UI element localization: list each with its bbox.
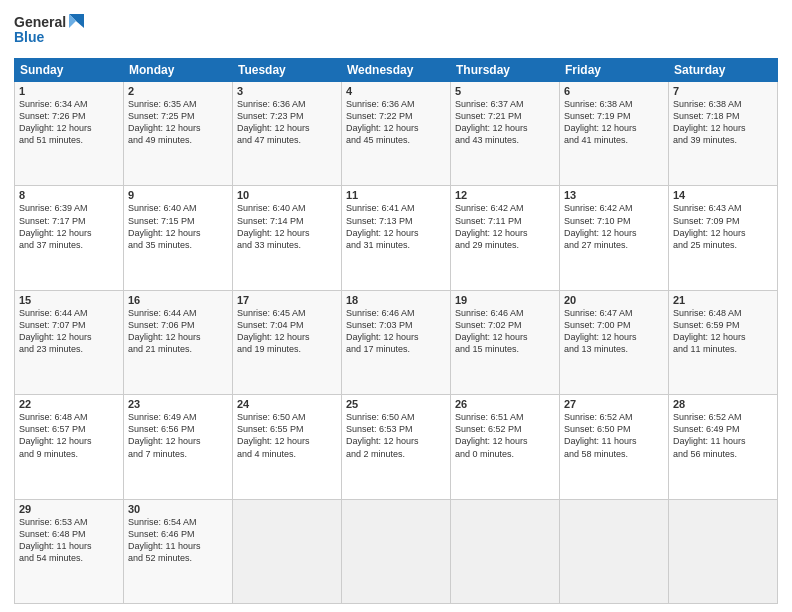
day-info: Sunrise: 6:44 AM Sunset: 7:07 PM Dayligh…	[19, 307, 119, 356]
day-info: Sunrise: 6:36 AM Sunset: 7:23 PM Dayligh…	[237, 98, 337, 147]
day-number: 14	[673, 189, 773, 201]
day-info: Sunrise: 6:46 AM Sunset: 7:03 PM Dayligh…	[346, 307, 446, 356]
svg-text:General: General	[14, 14, 66, 30]
day-number: 24	[237, 398, 337, 410]
day-info: Sunrise: 6:35 AM Sunset: 7:25 PM Dayligh…	[128, 98, 228, 147]
day-info: Sunrise: 6:49 AM Sunset: 6:56 PM Dayligh…	[128, 411, 228, 460]
day-info: Sunrise: 6:42 AM Sunset: 7:11 PM Dayligh…	[455, 202, 555, 251]
day-info: Sunrise: 6:50 AM Sunset: 6:55 PM Dayligh…	[237, 411, 337, 460]
calendar-cell: 4Sunrise: 6:36 AM Sunset: 7:22 PM Daylig…	[342, 82, 451, 186]
calendar-cell: 9Sunrise: 6:40 AM Sunset: 7:15 PM Daylig…	[124, 186, 233, 290]
calendar-cell: 28Sunrise: 6:52 AM Sunset: 6:49 PM Dayli…	[669, 395, 778, 499]
calendar-cell: 29Sunrise: 6:53 AM Sunset: 6:48 PM Dayli…	[15, 499, 124, 603]
logo: General Blue	[14, 10, 84, 52]
day-number: 1	[19, 85, 119, 97]
day-number: 12	[455, 189, 555, 201]
calendar-cell: 30Sunrise: 6:54 AM Sunset: 6:46 PM Dayli…	[124, 499, 233, 603]
day-number: 10	[237, 189, 337, 201]
calendar-week-5: 29Sunrise: 6:53 AM Sunset: 6:48 PM Dayli…	[15, 499, 778, 603]
day-number: 18	[346, 294, 446, 306]
day-number: 8	[19, 189, 119, 201]
calendar-cell: 25Sunrise: 6:50 AM Sunset: 6:53 PM Dayli…	[342, 395, 451, 499]
day-number: 3	[237, 85, 337, 97]
calendar-cell: 7Sunrise: 6:38 AM Sunset: 7:18 PM Daylig…	[669, 82, 778, 186]
day-number: 19	[455, 294, 555, 306]
calendar-cell: 6Sunrise: 6:38 AM Sunset: 7:19 PM Daylig…	[560, 82, 669, 186]
day-info: Sunrise: 6:38 AM Sunset: 7:19 PM Dayligh…	[564, 98, 664, 147]
calendar-cell	[560, 499, 669, 603]
day-number: 26	[455, 398, 555, 410]
day-number: 28	[673, 398, 773, 410]
day-header-saturday: Saturday	[669, 59, 778, 82]
day-number: 11	[346, 189, 446, 201]
calendar-cell: 16Sunrise: 6:44 AM Sunset: 7:06 PM Dayli…	[124, 290, 233, 394]
calendar-cell	[669, 499, 778, 603]
calendar-cell: 13Sunrise: 6:42 AM Sunset: 7:10 PM Dayli…	[560, 186, 669, 290]
day-number: 15	[19, 294, 119, 306]
calendar-cell: 10Sunrise: 6:40 AM Sunset: 7:14 PM Dayli…	[233, 186, 342, 290]
day-number: 29	[19, 503, 119, 515]
day-header-wednesday: Wednesday	[342, 59, 451, 82]
logo-area: General Blue	[14, 10, 84, 52]
day-number: 16	[128, 294, 228, 306]
page: General Blue SundayMondayTuesdayWednesda…	[0, 0, 792, 612]
calendar-cell: 3Sunrise: 6:36 AM Sunset: 7:23 PM Daylig…	[233, 82, 342, 186]
calendar-cell	[233, 499, 342, 603]
calendar-cell: 5Sunrise: 6:37 AM Sunset: 7:21 PM Daylig…	[451, 82, 560, 186]
day-number: 17	[237, 294, 337, 306]
calendar-cell: 22Sunrise: 6:48 AM Sunset: 6:57 PM Dayli…	[15, 395, 124, 499]
calendar-cell: 26Sunrise: 6:51 AM Sunset: 6:52 PM Dayli…	[451, 395, 560, 499]
day-number: 23	[128, 398, 228, 410]
day-info: Sunrise: 6:40 AM Sunset: 7:15 PM Dayligh…	[128, 202, 228, 251]
day-info: Sunrise: 6:36 AM Sunset: 7:22 PM Dayligh…	[346, 98, 446, 147]
calendar-cell: 15Sunrise: 6:44 AM Sunset: 7:07 PM Dayli…	[15, 290, 124, 394]
day-header-tuesday: Tuesday	[233, 59, 342, 82]
day-info: Sunrise: 6:53 AM Sunset: 6:48 PM Dayligh…	[19, 516, 119, 565]
calendar-cell	[451, 499, 560, 603]
day-number: 25	[346, 398, 446, 410]
calendar-cell: 12Sunrise: 6:42 AM Sunset: 7:11 PM Dayli…	[451, 186, 560, 290]
day-header-sunday: Sunday	[15, 59, 124, 82]
calendar-cell: 20Sunrise: 6:47 AM Sunset: 7:00 PM Dayli…	[560, 290, 669, 394]
calendar-cell: 23Sunrise: 6:49 AM Sunset: 6:56 PM Dayli…	[124, 395, 233, 499]
day-header-monday: Monday	[124, 59, 233, 82]
calendar-cell: 17Sunrise: 6:45 AM Sunset: 7:04 PM Dayli…	[233, 290, 342, 394]
calendar-week-2: 8Sunrise: 6:39 AM Sunset: 7:17 PM Daylig…	[15, 186, 778, 290]
calendar-week-1: 1Sunrise: 6:34 AM Sunset: 7:26 PM Daylig…	[15, 82, 778, 186]
day-info: Sunrise: 6:52 AM Sunset: 6:49 PM Dayligh…	[673, 411, 773, 460]
calendar-cell: 2Sunrise: 6:35 AM Sunset: 7:25 PM Daylig…	[124, 82, 233, 186]
day-info: Sunrise: 6:39 AM Sunset: 7:17 PM Dayligh…	[19, 202, 119, 251]
day-info: Sunrise: 6:37 AM Sunset: 7:21 PM Dayligh…	[455, 98, 555, 147]
day-info: Sunrise: 6:46 AM Sunset: 7:02 PM Dayligh…	[455, 307, 555, 356]
calendar-cell: 14Sunrise: 6:43 AM Sunset: 7:09 PM Dayli…	[669, 186, 778, 290]
calendar-cell: 24Sunrise: 6:50 AM Sunset: 6:55 PM Dayli…	[233, 395, 342, 499]
calendar-header-row: SundayMondayTuesdayWednesdayThursdayFrid…	[15, 59, 778, 82]
calendar-cell: 11Sunrise: 6:41 AM Sunset: 7:13 PM Dayli…	[342, 186, 451, 290]
day-info: Sunrise: 6:52 AM Sunset: 6:50 PM Dayligh…	[564, 411, 664, 460]
day-info: Sunrise: 6:44 AM Sunset: 7:06 PM Dayligh…	[128, 307, 228, 356]
day-number: 2	[128, 85, 228, 97]
day-info: Sunrise: 6:43 AM Sunset: 7:09 PM Dayligh…	[673, 202, 773, 251]
day-number: 13	[564, 189, 664, 201]
day-info: Sunrise: 6:48 AM Sunset: 6:59 PM Dayligh…	[673, 307, 773, 356]
day-number: 9	[128, 189, 228, 201]
day-info: Sunrise: 6:38 AM Sunset: 7:18 PM Dayligh…	[673, 98, 773, 147]
calendar-cell: 27Sunrise: 6:52 AM Sunset: 6:50 PM Dayli…	[560, 395, 669, 499]
calendar-cell: 21Sunrise: 6:48 AM Sunset: 6:59 PM Dayli…	[669, 290, 778, 394]
svg-text:Blue: Blue	[14, 29, 45, 45]
calendar-cell: 8Sunrise: 6:39 AM Sunset: 7:17 PM Daylig…	[15, 186, 124, 290]
day-header-thursday: Thursday	[451, 59, 560, 82]
day-info: Sunrise: 6:41 AM Sunset: 7:13 PM Dayligh…	[346, 202, 446, 251]
day-info: Sunrise: 6:40 AM Sunset: 7:14 PM Dayligh…	[237, 202, 337, 251]
day-info: Sunrise: 6:51 AM Sunset: 6:52 PM Dayligh…	[455, 411, 555, 460]
day-number: 30	[128, 503, 228, 515]
calendar-week-3: 15Sunrise: 6:44 AM Sunset: 7:07 PM Dayli…	[15, 290, 778, 394]
calendar-cell: 18Sunrise: 6:46 AM Sunset: 7:03 PM Dayli…	[342, 290, 451, 394]
calendar-cell: 19Sunrise: 6:46 AM Sunset: 7:02 PM Dayli…	[451, 290, 560, 394]
header: General Blue	[14, 10, 778, 52]
day-number: 5	[455, 85, 555, 97]
day-info: Sunrise: 6:34 AM Sunset: 7:26 PM Dayligh…	[19, 98, 119, 147]
day-number: 7	[673, 85, 773, 97]
day-info: Sunrise: 6:45 AM Sunset: 7:04 PM Dayligh…	[237, 307, 337, 356]
day-number: 21	[673, 294, 773, 306]
